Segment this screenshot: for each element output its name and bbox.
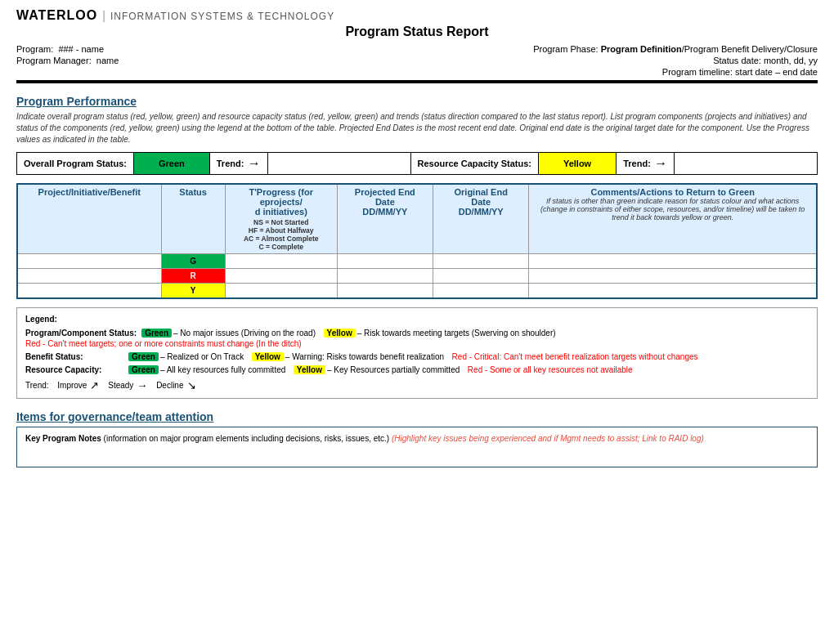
legend-row1: Program/Component Status: Green – No maj… [25,329,809,348]
trend2-arrow: → [651,156,667,171]
row2-original [433,269,529,284]
legend-yellow-text3: – Key Resources partially committed [327,365,460,374]
items-title: Items for governance/team attention [16,410,818,423]
trend-steady-arrow: → [137,379,147,391]
row3-progress [225,284,337,299]
report-title: Program Status Report [16,25,818,39]
timeline-field: Program timeline: start date – end date [662,67,818,77]
legend-yellow-text1: – Risk towards meeting targets (Swerving… [357,329,556,338]
trend-steady-label: Steady [108,381,133,390]
th-original-end: Original EndDateDD/MM/YY [433,184,529,254]
row3-original [433,284,529,299]
manager-field: Program Manager: name [16,56,119,65]
row2-col1 [17,269,161,284]
th-progress: T'Progress (for eprojects/ d initiatives… [225,184,337,254]
row3-comments [529,284,817,299]
legend-red-text2: Red - Critical: Can't meet benefit reali… [452,352,698,361]
legend-row3-label: Resource Capacity: [25,365,123,374]
legend-yellow-badge3: Yellow [294,365,325,374]
meta-right: Program Phase: Program Definition/Progra… [533,44,818,77]
row3-projected [337,284,433,299]
performance-description: Indicate overall program status (red, ye… [16,111,818,145]
legend-green-badge1: Green [141,329,172,338]
program-value: ### - name [58,44,104,54]
resource-status-label: Resource Capacity Status: [411,153,539,174]
comments-subtext: If status is other than green indicate r… [533,197,812,221]
th-comments: Comments/Actions to Return to Green If s… [529,184,817,254]
meta-block: Program: ### - name Program Manager: nam… [16,44,818,77]
manager-value: name [96,56,119,65]
key-notes-label: Key Program Notes [25,434,101,443]
trend-improve-arrow: ↗ [90,379,99,391]
header: WATERLOO | INFORMATION SYSTEMS & TECHNOL… [16,8,818,83]
legend-red-text1: Red - Can't meet targets; one or more co… [25,339,302,348]
legend-row2-label: Benefit Status: [25,352,123,361]
table-row: R [17,269,817,284]
row2-projected [337,269,433,284]
legend-green-text2: – Realized or On Track [160,352,244,361]
row1-col1 [17,254,161,269]
program-field: Program: ### - name [16,44,119,54]
legend-yellow-badge1: Yellow [324,329,356,338]
trend-legend: Trend: Improve ↗ Steady → Decline ↘ [25,379,809,391]
trend-decline-label: Decline [156,381,183,390]
row3-col1 [17,284,161,299]
th-project: Project/Initiative/Benefit [17,184,161,254]
manager-label: Program Manager: [16,56,92,65]
ist-label: INFORMATION SYSTEMS & TECHNOLOGY [110,11,334,22]
header-top: WATERLOO | INFORMATION SYSTEMS & TECHNOL… [16,8,818,23]
th-projected-end: Projected EndDateDD/MM/YY [337,184,433,254]
items-section: Items for governance/team attention Key … [16,410,818,467]
key-notes-desc: (information on major program elements i… [104,434,392,443]
spacer2 [675,153,817,174]
legend-row1-label: Program/Component Status: [25,329,137,338]
key-notes-box: Key Program Notes (information on major … [16,427,818,467]
row1-projected [337,254,433,269]
overall-status-value: Green [134,153,210,174]
header-divider [16,80,818,83]
table-header-row: Project/Initiative/Benefit Status T'Prog… [17,184,817,254]
row1-progress [225,254,337,269]
status-date-field: Status date: month, dd, yy [713,56,818,65]
legend-yellow-badge2: Yellow [252,352,284,361]
row2-progress [225,269,337,284]
legend-green-text1: – No major issues (Driving on the road) [173,329,316,338]
table-row: G [17,254,817,269]
table-row: Y [17,284,817,299]
key-notes-italic: (Highlight key issues being experienced … [392,434,704,443]
program-phase: Program Phase: Program Definition/Progra… [533,44,818,54]
legend-green-badge3: Green [128,365,159,374]
row3-status: Y [161,284,225,299]
legend-row2: Benefit Status: Green – Realized or On T… [25,352,809,361]
spacer1 [268,153,411,174]
trend2-label: Trend: → [617,153,675,174]
legend-title: Legend: [25,315,809,324]
progress-legend: NS = Not StartedHF = About HalfwayAC = A… [230,218,333,251]
resource-status-value: Yellow [539,153,617,174]
legend-yellow-text2: – Warning: Risks towards benefit realiza… [285,352,444,361]
legend-green-text3: – All key resources fully committed [160,365,285,374]
overall-status-label: Overall Program Status: [17,153,134,174]
program-label: Program: [16,44,53,54]
meta-left: Program: ### - name Program Manager: nam… [16,44,119,77]
waterloo-label: WATERLOO [16,8,97,23]
trend-improve-label: Improve [57,381,87,390]
performance-title: Program Performance [16,95,818,108]
th-status: Status [161,184,225,254]
row1-comments [529,254,817,269]
row2-status: R [161,269,225,284]
trend-label: Trend: [25,381,49,390]
table-body: G R Y [17,254,817,299]
performance-section: Program Performance Indicate overall pro… [16,95,818,399]
legend-red-text3: Red - Some or all key resources not avai… [468,365,633,374]
row2-comments [529,269,817,284]
row1-original [433,254,529,269]
trend1-arrow: → [244,156,260,171]
legend-section: Legend: Program/Component Status: Green … [16,307,818,399]
legend-row3: Resource Capacity: Green – All key resou… [25,365,809,374]
main-table: Project/Initiative/Benefit Status T'Prog… [16,183,818,299]
trend1-label: Trend: → [210,153,268,174]
legend-green-badge2: Green [128,352,159,361]
row1-status: G [161,254,225,269]
status-row: Overall Program Status: Green Trend: → R… [16,152,818,175]
